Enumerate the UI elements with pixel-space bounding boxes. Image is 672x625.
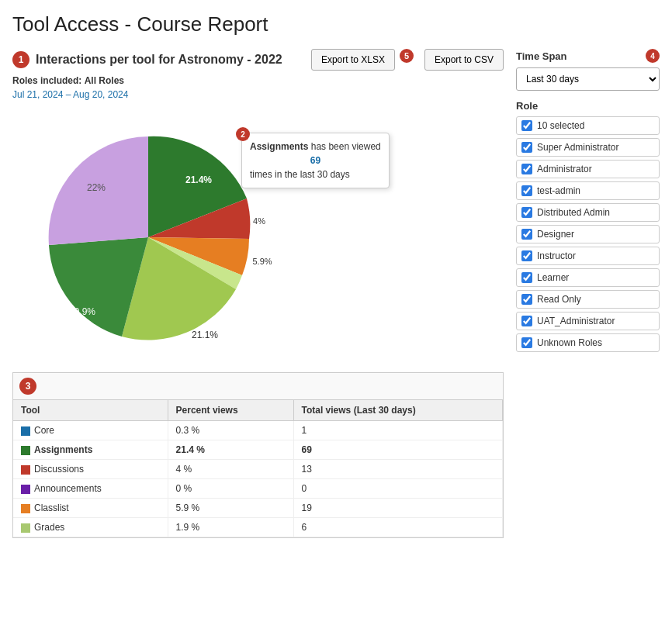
role-item-label: Learner [537,272,569,283]
svg-text:5.9%: 5.9% [252,257,272,266]
role-item[interactable]: Super Administrator [516,138,660,157]
table-badge: 3 [19,378,36,395]
role-item[interactable]: Unknown Roles [516,333,660,352]
table-row: Core 0.3 % 1 [13,421,503,440]
svg-text:21.1%: 21.1% [192,330,218,340]
role-checkbox[interactable] [521,294,532,305]
cell-tool: Announcements [13,479,168,499]
role-checkbox[interactable] [521,185,532,196]
role-item[interactable]: Learner [516,268,660,287]
section-badge-1: 1 [12,51,29,68]
role-checkbox[interactable] [521,250,532,261]
timespan-section: Time Span 4 [516,49,660,63]
cell-percent: 1.9 % [168,518,293,537]
table-row: Assignments 21.4 % 69 [13,440,503,460]
role-checkbox[interactable] [521,229,532,240]
cell-percent: 4 % [168,460,293,479]
role-item[interactable]: Designer [516,225,660,243]
role-item-label: 10 selected [537,120,584,131]
data-table: Tool Percent views Total views (Last 30 … [13,400,503,537]
role-label: Role [516,100,660,112]
role-item-label: Read Only [537,294,581,305]
cell-tool: Classlist [13,499,168,518]
role-checkbox[interactable] [521,120,532,131]
section-title: Interactions per tool for Astronomy - 20… [36,53,305,67]
role-item-label: UAT_Administrator [537,316,615,326]
timespan-badge: 4 [646,49,660,63]
page-title: Tool Access - Course Report [12,12,660,36]
role-checkbox[interactable] [521,207,532,218]
role-item-label: Administrator [537,164,592,174]
tooltip: 2 Assignments has been viewed 69 times i… [241,133,390,188]
role-checkbox[interactable] [521,142,532,153]
date-range: Jul 21, 2024 – Aug 20, 2024 [12,89,504,100]
role-item-label: Designer [537,229,574,240]
cell-percent: 0.3 % [168,421,293,440]
table-row: Discussions 4 % 13 [13,460,503,479]
role-item-label: Distributed Admin [537,207,610,218]
table-row: Grades 1.9 % 6 [13,518,503,537]
cell-tool: Grades [13,518,168,537]
export-badge-5: 5 [400,49,414,63]
col-total: Total views (Last 30 days) [293,400,503,421]
cell-total: 1 [293,421,503,440]
col-percent: Percent views [168,400,293,421]
cell-percent: 21.4 % [168,440,293,460]
role-item[interactable]: UAT_Administrator [516,312,660,330]
role-item-label: Super Administrator [537,142,618,153]
svg-text:22%: 22% [87,182,106,193]
role-item[interactable]: Read Only [516,290,660,309]
cell-tool: Discussions [13,460,168,479]
role-checkbox[interactable] [521,164,532,174]
role-item-label: Unknown Roles [537,337,602,348]
role-checkbox[interactable] [521,337,532,348]
role-item[interactable]: Administrator [516,160,660,178]
cell-total: 6 [293,518,503,537]
cell-tool: Core [13,421,168,440]
export-xlsx-button[interactable]: Export to XLSX [311,49,395,71]
svg-text:4%: 4% [253,216,265,226]
cell-total: 69 [293,440,503,460]
col-tool: Tool [13,400,168,421]
roles-included: Roles included: All Roles [12,75,504,86]
timespan-select[interactable]: Last 30 days Last 7 days Last 90 days Cu… [516,67,660,91]
export-csv-button[interactable]: Export to CSV [424,49,504,71]
tooltip-badge: 2 [236,127,250,141]
role-item-label: test-admin [537,185,580,196]
cell-percent: 5.9 % [168,499,293,518]
table-row: Classlist 5.9 % 19 [13,499,503,518]
role-item-label: Instructor [537,250,576,261]
cell-total: 13 [293,460,503,479]
role-item-all[interactable]: 10 selected [516,116,660,135]
cell-tool: Assignments [13,440,168,460]
svg-text:19.9%: 19.9% [69,306,95,317]
table-row: Announcements 0 % 0 [13,479,503,499]
role-checkbox[interactable] [521,272,532,283]
role-item[interactable]: Instructor [516,247,660,265]
cell-percent: 0 % [168,479,293,499]
svg-text:21.4%: 21.4% [185,174,212,185]
role-item[interactable]: test-admin [516,181,660,200]
cell-total: 0 [293,479,503,499]
role-checkbox[interactable] [521,316,532,326]
cell-total: 19 [293,499,503,518]
role-item[interactable]: Distributed Admin [516,203,660,222]
